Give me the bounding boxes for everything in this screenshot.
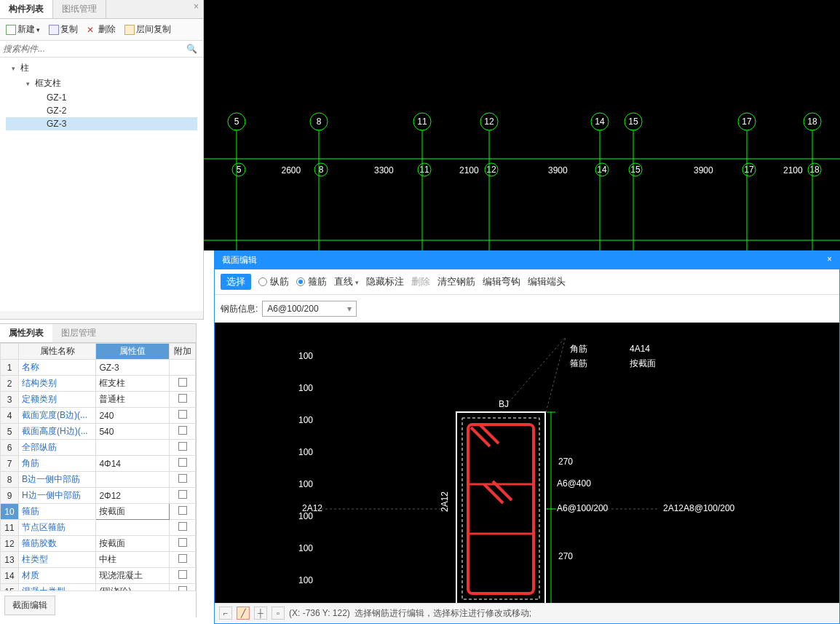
floor-copy-button[interactable]: 层间复制 [122, 22, 174, 37]
svg-text:100: 100 [298, 415, 313, 425]
property-row[interactable]: 10 箍筋 按截面 [1, 504, 196, 520]
tab-property-list[interactable]: 属性列表 [0, 324, 52, 342]
property-row[interactable]: 13 柱类型 中柱 [1, 552, 196, 568]
prop-value[interactable]: 2Φ12 [96, 488, 170, 504]
delete-button[interactable]: ✕删除 [84, 22, 119, 37]
copy-button[interactable]: 复制 [46, 22, 81, 37]
property-row[interactable]: 15 混凝土类型 (现浇砼) [1, 584, 196, 591]
svg-text:12: 12 [486, 165, 496, 175]
prop-add[interactable] [170, 552, 196, 568]
tree-item-gz2[interactable]: GZ-2 [6, 104, 197, 117]
prop-add[interactable] [170, 536, 196, 552]
svg-text:2100: 2100 [783, 165, 803, 175]
prop-value[interactable]: 540 [96, 424, 170, 440]
row-num: 12 [1, 536, 19, 552]
tree-group-frame-column[interactable]: 框支柱 [6, 76, 197, 91]
section-edit-button[interactable]: 截面编辑 [4, 596, 55, 615]
prop-add[interactable] [170, 408, 196, 424]
svg-line-58 [500, 337, 566, 412]
select-button[interactable]: 选择 [221, 274, 251, 290]
prop-add[interactable] [170, 392, 196, 408]
prop-value[interactable] [96, 520, 170, 536]
prop-value[interactable]: 240 [96, 408, 170, 424]
property-row[interactable]: 2 结构类别 框支柱 [1, 376, 196, 392]
prop-value[interactable]: 按截面 [96, 504, 170, 520]
prop-value[interactable] [96, 472, 170, 488]
ortho-icon[interactable]: ⌐ [219, 607, 232, 620]
new-icon [6, 25, 16, 35]
property-footer: 截面编辑 [0, 591, 196, 620]
delete-bar-button[interactable]: 删除 [411, 275, 430, 288]
prop-add[interactable] [170, 520, 196, 536]
radio-longitudinal[interactable]: 纵筋 [258, 275, 289, 288]
svg-text:3900: 3900 [548, 165, 568, 175]
property-row[interactable]: 3 定额类别 普通柱 [1, 392, 196, 408]
search-icon[interactable]: 🔍 [183, 44, 200, 54]
new-button[interactable]: 新建 ▾ [3, 22, 43, 37]
property-row[interactable]: 1 名称 GZ-3 [1, 360, 196, 376]
cad-viewport[interactable]: 5526008833001111210012123900141415153900… [204, 0, 840, 250]
tab-layer-mgmt[interactable]: 图层管理 [52, 324, 105, 342]
prop-value[interactable]: 框支柱 [96, 376, 170, 392]
property-row[interactable]: 7 角筋 4Φ14 [1, 456, 196, 472]
property-row[interactable]: 9 H边一侧中部筋 2Φ12 [1, 488, 196, 504]
svg-text:8: 8 [317, 116, 322, 127]
svg-text:17: 17 [742, 116, 752, 127]
tree-item-gz3[interactable]: GZ-3 [6, 117, 197, 130]
property-row[interactable]: 11 节点区箍筋 [1, 520, 196, 536]
prop-value[interactable]: (现浇砼) [96, 584, 170, 591]
section-edit-modal: 截面编辑 × 选择 纵筋 箍筋 直线 隐藏标注 删除 清空钢筋 编辑弯钩 编辑端… [214, 250, 840, 624]
hide-label-button[interactable]: 隐藏标注 [366, 275, 404, 288]
radio-stirrup[interactable]: 箍筋 [296, 275, 327, 288]
prop-add[interactable] [170, 584, 196, 591]
property-row[interactable]: 8 B边一侧中部筋 [1, 472, 196, 488]
rebar-info-bar: 钢筋信息: A6@100/200 [215, 295, 839, 323]
prop-add[interactable] [170, 488, 196, 504]
property-row[interactable]: 14 材质 现浇混凝土 [1, 568, 196, 584]
prop-add[interactable] [170, 456, 196, 472]
prop-value[interactable]: 现浇混凝土 [96, 568, 170, 584]
edit-hook-button[interactable]: 编辑弯钩 [483, 275, 520, 288]
line-button[interactable]: 直线 [334, 275, 359, 288]
prop-value[interactable]: 4Φ14 [96, 456, 170, 472]
col-value: 属性值 [96, 344, 170, 360]
prop-value[interactable]: GZ-3 [96, 360, 170, 376]
modal-titlebar[interactable]: 截面编辑 × [215, 251, 839, 269]
property-row[interactable]: 12 箍筋胶数 按截面 [1, 536, 196, 552]
section-canvas[interactable]: 100100100100100100100100270270120120BJ角筋… [215, 323, 839, 603]
property-row[interactable]: 6 全部纵筋 [1, 440, 196, 456]
edit-end-button[interactable]: 编辑端头 [528, 275, 566, 288]
prop-add[interactable] [170, 568, 196, 584]
prop-name: 节点区箍筋 [19, 520, 96, 536]
svg-text:17: 17 [744, 165, 754, 175]
prop-add[interactable] [170, 376, 196, 392]
prop-value[interactable]: 按截面 [96, 536, 170, 552]
svg-text:5: 5 [237, 165, 242, 175]
clear-bar-button[interactable]: 清空钢筋 [437, 275, 475, 288]
prop-add[interactable] [170, 424, 196, 440]
search-input[interactable] [3, 44, 183, 54]
tree-root-column[interactable]: 柱 [6, 60, 197, 76]
osnap-icon[interactable]: ▫ [272, 607, 285, 620]
snap-icon[interactable]: ╱ [237, 607, 250, 620]
copy-icon [49, 25, 59, 35]
prop-value[interactable]: 普通柱 [96, 392, 170, 408]
modal-close-icon[interactable]: × [827, 254, 832, 266]
rebar-info-input[interactable]: A6@100/200 [262, 301, 357, 317]
status-msg: 选择钢筋进行编辑，选择标注进行修改或移动; [354, 607, 531, 620]
prop-value[interactable] [96, 440, 170, 456]
prop-add[interactable] [170, 472, 196, 488]
property-row[interactable]: 4 截面宽度(B边)(... 240 [1, 408, 196, 424]
prop-value[interactable]: 中柱 [96, 552, 170, 568]
property-row[interactable]: 5 截面高度(H边)(... 540 [1, 424, 196, 440]
prop-add[interactable] [170, 504, 196, 520]
tab-component-list[interactable]: 构件列表 [0, 0, 53, 18]
svg-text:2A12: 2A12 [302, 503, 322, 513]
prop-add[interactable] [170, 440, 196, 456]
prop-add[interactable] [170, 360, 196, 376]
prop-name: 箍筋 [19, 504, 96, 520]
grid-icon[interactable]: ┼ [254, 607, 267, 620]
tab-drawing-mgmt[interactable]: 图纸管理 [53, 0, 106, 18]
tree-item-gz1[interactable]: GZ-1 [6, 91, 197, 104]
panel-close-icon[interactable]: × [189, 0, 203, 18]
